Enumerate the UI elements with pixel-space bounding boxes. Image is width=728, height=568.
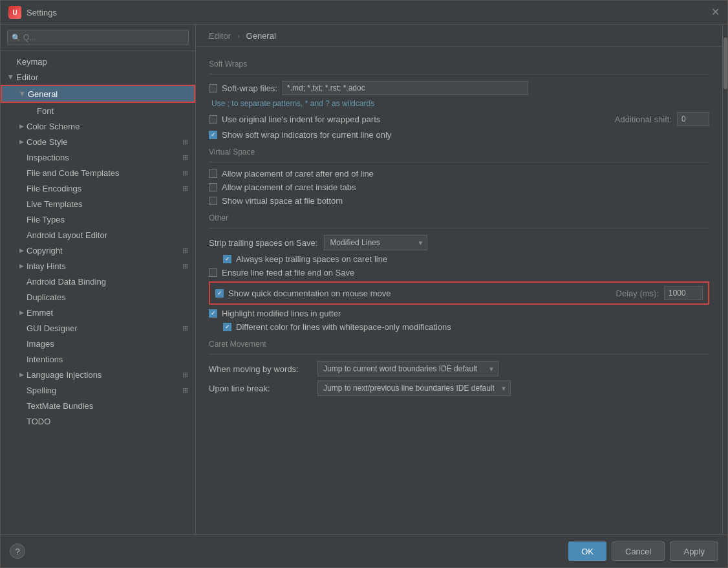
sidebar-label-color-scheme: Color Scheme bbox=[27, 122, 190, 131]
emmet-expand-icon: ▶ bbox=[16, 307, 27, 318]
delay-input[interactable] bbox=[664, 286, 703, 300]
allow-tabs-label: Allow placement of caret inside tabs bbox=[222, 182, 356, 192]
sidebar-item-file-code-templates[interactable]: ▶ File and Code Templates ⊞ bbox=[1, 165, 195, 180]
sidebar-label-keymap: Keymap bbox=[16, 57, 190, 67]
show-bottom-checkbox[interactable] bbox=[209, 197, 217, 205]
sidebar-item-duplicates[interactable]: ▶ Duplicates bbox=[1, 289, 195, 305]
highlight-modified-checkbox[interactable] bbox=[209, 309, 217, 318]
show-docs-label: Show quick documentation on mouse move bbox=[228, 289, 391, 298]
cancel-button[interactable]: Cancel bbox=[612, 541, 665, 561]
sidebar-item-color-scheme[interactable]: ▶ Color Scheme bbox=[1, 118, 195, 134]
additional-shift-input[interactable] bbox=[677, 112, 709, 126]
language-injections-expand-icon: ▶ bbox=[16, 369, 27, 380]
show-indicators-checkbox[interactable] bbox=[209, 131, 217, 139]
strip-trailing-dropdown[interactable]: None All Modified Lines bbox=[324, 235, 427, 250]
sidebar-item-todo[interactable]: ▶ TODO bbox=[1, 413, 195, 429]
allow-end-checkbox-wrap[interactable]: Allow placement of caret after end of li… bbox=[209, 169, 374, 179]
original-indent-row: Use original line's indent for wrapped p… bbox=[209, 112, 709, 126]
ensure-feed-checkbox-wrap[interactable]: Ensure line feed at file end on Save bbox=[209, 268, 354, 278]
soft-wrap-checkbox[interactable] bbox=[209, 84, 217, 93]
sidebar-item-copyright[interactable]: ▶ Copyright ⊞ bbox=[1, 243, 195, 258]
sidebar-label-emmet: Emmet bbox=[27, 308, 190, 318]
show-docs-checkbox[interactable] bbox=[215, 289, 224, 298]
original-indent-checkbox-wrap[interactable]: Use original line's indent for wrapped p… bbox=[209, 115, 380, 124]
sidebar-item-file-types[interactable]: ▶ File Types bbox=[1, 212, 195, 227]
sidebar-item-android-layout-editor[interactable]: ▶ Android Layout Editor bbox=[1, 227, 195, 243]
always-keep-checkbox[interactable] bbox=[223, 255, 231, 263]
title-bar-left: U Settings bbox=[8, 6, 57, 19]
ok-button[interactable]: OK bbox=[568, 541, 606, 561]
sidebar-item-emmet[interactable]: ▶ Emmet bbox=[1, 305, 195, 320]
allow-end-row: Allow placement of caret after end of li… bbox=[209, 169, 709, 179]
sidebar-label-file-encodings: File Encodings bbox=[27, 184, 178, 193]
show-indicators-label: Show soft wrap indicators for current li… bbox=[222, 130, 391, 140]
highlight-modified-checkbox-wrap[interactable]: Highlight modified lines in gutter bbox=[209, 309, 341, 318]
file-encodings-icon: ⊞ bbox=[180, 183, 190, 193]
show-indicators-checkbox-wrap[interactable]: Show soft wrap indicators for current li… bbox=[209, 130, 391, 140]
editor-expand-icon: ▶ bbox=[6, 72, 16, 82]
highlight-modified-label: Highlight modified lines in gutter bbox=[222, 309, 341, 318]
sidebar-item-code-style[interactable]: ▶ Code Style ⊞ bbox=[1, 134, 195, 149]
sidebar-item-intentions[interactable]: ▶ Intentions bbox=[1, 351, 195, 367]
section-virtual-space-label: Virtual Space bbox=[209, 147, 709, 157]
ensure-feed-row: Ensure line feed at file end on Save bbox=[209, 268, 709, 278]
help-button[interactable]: ? bbox=[10, 543, 25, 559]
sidebar-item-keymap[interactable]: ▶ Keymap bbox=[1, 54, 195, 69]
sidebar-item-language-injections[interactable]: ▶ Language Injections ⊞ bbox=[1, 367, 195, 382]
search-input[interactable] bbox=[7, 30, 189, 45]
sidebar-item-live-templates[interactable]: ▶ Live Templates bbox=[1, 196, 195, 212]
sidebar-item-file-encodings[interactable]: ▶ File Encodings ⊞ bbox=[1, 180, 195, 196]
spelling-icon: ⊞ bbox=[180, 385, 190, 395]
soft-wrap-files-row: Soft-wrap files: bbox=[209, 81, 709, 95]
delay-wrap: Delay (ms): bbox=[616, 286, 703, 300]
sidebar-label-font: Font bbox=[37, 106, 190, 116]
sidebar-item-textmate-bundles[interactable]: ▶ TextMate Bundles bbox=[1, 398, 195, 413]
sidebar-item-font[interactable]: ▶ Font bbox=[1, 103, 195, 118]
scrollbar-thumb bbox=[723, 38, 727, 89]
sidebar-item-editor[interactable]: ▶ Editor bbox=[1, 69, 195, 85]
show-docs-checkbox-wrap[interactable]: Show quick documentation on mouse move bbox=[215, 289, 391, 298]
bottom-bar: ? OK Cancel Apply bbox=[1, 534, 727, 567]
main-panel: Editor › General Soft Wraps Soft-wrap fi… bbox=[196, 25, 722, 534]
original-indent-checkbox[interactable] bbox=[209, 115, 217, 124]
sidebar-label-general: General bbox=[28, 89, 189, 99]
show-indicators-row: Show soft wrap indicators for current li… bbox=[209, 130, 709, 140]
code-style-icon: ⊞ bbox=[180, 137, 190, 147]
always-keep-checkbox-wrap[interactable]: Always keep trailing spaces on caret lin… bbox=[223, 254, 387, 264]
allow-tabs-row: Allow placement of caret inside tabs bbox=[209, 182, 709, 192]
line-break-dropdown[interactable]: Jump to next/previous line boundaries ID… bbox=[317, 380, 511, 396]
copyright-expand-icon: ▶ bbox=[16, 245, 27, 256]
line-break-label: Upon line break: bbox=[209, 384, 312, 393]
show-bottom-checkbox-wrap[interactable]: Show virtual space at file bottom bbox=[209, 196, 343, 206]
sidebar-label-spelling: Spelling bbox=[27, 386, 178, 395]
sidebar-label-images: Images bbox=[27, 339, 190, 349]
allow-end-checkbox[interactable] bbox=[209, 169, 217, 178]
soft-wrap-files-input[interactable] bbox=[283, 81, 528, 95]
diff-color-checkbox[interactable] bbox=[223, 323, 231, 331]
section-other-label: Other bbox=[209, 213, 709, 223]
sidebar-item-android-data-binding[interactable]: ▶ Android Data Binding bbox=[1, 274, 195, 289]
general-expand-icon: ▶ bbox=[17, 89, 28, 99]
apply-button[interactable]: Apply bbox=[670, 541, 718, 561]
allow-tabs-checkbox[interactable] bbox=[209, 183, 217, 191]
sidebar-item-spelling[interactable]: ▶ Spelling ⊞ bbox=[1, 382, 195, 398]
ensure-feed-checkbox[interactable] bbox=[209, 268, 217, 277]
sidebar-label-language-injections: Language Injections bbox=[27, 370, 178, 380]
diff-color-checkbox-wrap[interactable]: Different color for lines with whitespac… bbox=[223, 322, 451, 332]
moving-by-words-dropdown[interactable]: Jump to current word boundaries IDE defa… bbox=[317, 361, 498, 377]
show-bottom-row: Show virtual space at file bottom bbox=[209, 196, 709, 206]
soft-wrap-checkbox-wrap[interactable]: Soft-wrap files: bbox=[209, 83, 277, 93]
sidebar-item-general[interactable]: ▶ General bbox=[1, 85, 195, 103]
settings-dialog: U Settings ✕ 🔍 ▶ Keymap ▶ bbox=[0, 0, 728, 568]
sidebar-item-inspections[interactable]: ▶ Inspections ⊞ bbox=[1, 149, 195, 165]
search-icon: 🔍 bbox=[12, 34, 21, 42]
sidebar-label-file-code-templates: File and Code Templates bbox=[27, 168, 178, 178]
sidebar-item-images[interactable]: ▶ Images bbox=[1, 336, 195, 351]
sidebar-label-file-types: File Types bbox=[27, 215, 190, 224]
sidebar-item-gui-designer[interactable]: ▶ GUI Designer ⊞ bbox=[1, 320, 195, 336]
sidebar-item-inlay-hints[interactable]: ▶ Inlay Hints ⊞ bbox=[1, 258, 195, 274]
sidebar-label-inspections: Inspections bbox=[27, 153, 178, 162]
allow-tabs-checkbox-wrap[interactable]: Allow placement of caret inside tabs bbox=[209, 182, 356, 192]
close-button[interactable]: ✕ bbox=[711, 8, 720, 17]
color-scheme-expand-icon: ▶ bbox=[16, 121, 27, 131]
